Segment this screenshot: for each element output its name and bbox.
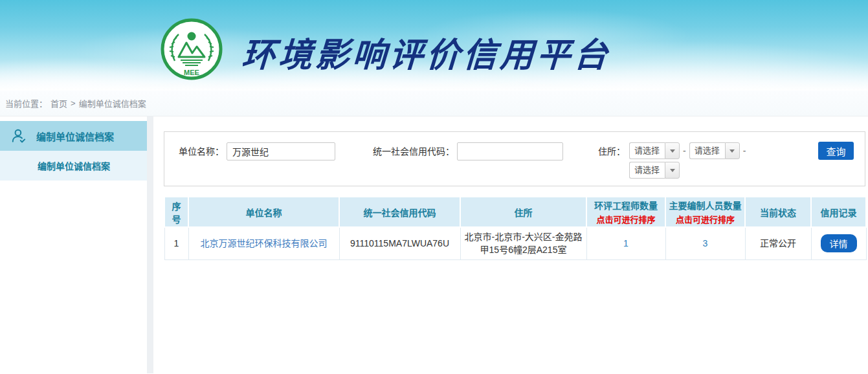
chevron-down-icon[interactable] <box>665 162 680 179</box>
staff-count-header-label: 主要编制人员数量 <box>669 199 742 212</box>
city-select[interactable]: 请选择 <box>689 142 740 159</box>
address-dash: - <box>743 142 746 159</box>
address-label: 住所： <box>598 142 625 160</box>
chevron-down-icon[interactable] <box>665 142 680 159</box>
breadcrumb-prefix: 当前位置： <box>5 97 47 109</box>
cell-address: 北京市-北京市-大兴区-金苑路甲15号6幢2层A215室 <box>460 227 586 259</box>
col-header-staff-count[interactable]: 主要编制人员数量 点击可进行排序 <box>665 197 745 227</box>
district-select-value: 请选择 <box>629 162 665 179</box>
col-header-engineer-count[interactable]: 环评工程师数量 点击可进行排序 <box>586 197 665 227</box>
province-select-value: 请选择 <box>629 142 665 159</box>
sidebar-item-label: 编制单位诚信档案 <box>36 129 114 143</box>
staff-count-link[interactable]: 3 <box>703 238 708 248</box>
col-header-status: 当前状态 <box>745 197 811 227</box>
address-selects: 请选择 - 请选择 - 请选择 <box>629 142 756 181</box>
user-check-icon <box>10 127 27 144</box>
breadcrumb-home-link[interactable]: 首页 <box>50 97 67 109</box>
header-banner: MEE 环境影响评价信用平台 <box>0 0 868 91</box>
mee-logo-text: MEE <box>184 69 199 76</box>
sidebar-subitem-credit-archive[interactable]: 编制单位诚信档案 <box>0 151 147 181</box>
address-dash: - <box>683 142 686 159</box>
province-select[interactable]: 请选择 <box>629 142 680 159</box>
brand: MEE 环境影响评价信用平台 <box>159 17 611 82</box>
credit-code-input[interactable] <box>457 142 563 160</box>
table-header-row: 序号 单位名称 统一社会信用代码 住所 环评工程师数量 点击可进行排序 主要编制… <box>164 197 866 227</box>
col-header-credit-code: 统一社会信用代码 <box>339 197 460 227</box>
cell-index: 1 <box>164 227 188 259</box>
company-link[interactable]: 北京万源世纪环保科技有限公司 <box>201 238 328 248</box>
sidebar-divider <box>147 116 153 373</box>
cell-credit-code: 91110115MA7LWUA76U <box>339 227 460 259</box>
table-row: 1 北京万源世纪环保科技有限公司 91110115MA7LWUA76U 北京市-… <box>164 227 866 259</box>
site-title: 环境影响评价信用平台 <box>241 23 612 76</box>
sidebar: 编制单位诚信档案 编制单位诚信档案 <box>0 116 147 373</box>
col-header-address: 住所 <box>460 197 586 227</box>
sidebar-subitem-label: 编制单位诚信档案 <box>38 159 110 172</box>
sidebar-item-credit-archive[interactable]: 编制单位诚信档案 <box>0 121 147 151</box>
engineer-count-sort-hint[interactable]: 点击可进行排序 <box>590 213 662 225</box>
unit-name-label: 单位名称： <box>179 142 224 160</box>
col-header-credit-record: 信用记录 <box>811 197 866 227</box>
mee-logo-icon: MEE <box>159 17 224 82</box>
breadcrumb: 当前位置： 首页 > 编制单位诚信档案 <box>0 91 868 116</box>
col-header-company: 单位名称 <box>188 197 339 227</box>
main-content: 单位名称： 统一社会信用代码： 住所： 请选择 - 请选择 - <box>153 116 868 373</box>
col-header-index: 序号 <box>164 197 188 227</box>
engineer-count-header-label: 环评工程师数量 <box>590 199 662 212</box>
engineer-count-link[interactable]: 1 <box>623 238 629 248</box>
unit-name-input[interactable] <box>227 142 335 160</box>
credit-code-label: 统一社会信用代码： <box>373 142 454 160</box>
breadcrumb-separator: > <box>71 98 76 108</box>
results-table: 序号 单位名称 统一社会信用代码 住所 环评工程师数量 点击可进行排序 主要编制… <box>164 196 867 260</box>
district-select[interactable]: 请选择 <box>629 162 680 179</box>
cell-status: 正常公开 <box>745 227 811 259</box>
chevron-down-icon[interactable] <box>725 142 740 159</box>
detail-button[interactable]: 详情 <box>821 234 857 252</box>
breadcrumb-current: 编制单位诚信档案 <box>79 97 146 109</box>
query-button[interactable]: 查询 <box>818 142 854 160</box>
city-select-value: 请选择 <box>689 142 725 159</box>
search-panel: 单位名称： 统一社会信用代码： 住所： 请选择 - 请选择 - <box>164 131 865 186</box>
staff-count-sort-hint[interactable]: 点击可进行排序 <box>669 213 742 225</box>
